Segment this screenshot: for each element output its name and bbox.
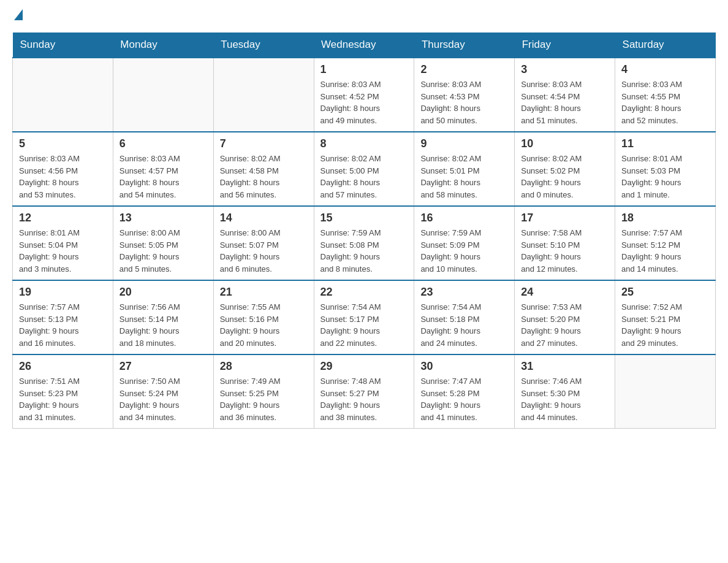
calendar-day-cell: 15Sunrise: 7:59 AM Sunset: 5:08 PM Dayli… — [314, 206, 414, 280]
calendar-day-cell: 24Sunrise: 7:53 AM Sunset: 5:20 PM Dayli… — [515, 280, 615, 354]
day-number: 19 — [19, 286, 107, 299]
day-of-week-header: Wednesday — [314, 33, 414, 58]
day-info: Sunrise: 7:52 AM Sunset: 5:21 PM Dayligh… — [621, 301, 709, 349]
calendar-day-cell — [615, 354, 716, 429]
day-info: Sunrise: 8:00 AM Sunset: 5:07 PM Dayligh… — [220, 227, 308, 275]
day-number: 18 — [621, 212, 709, 224]
day-number: 12 — [19, 212, 107, 224]
calendar-body: 1Sunrise: 8:03 AM Sunset: 4:52 PM Daylig… — [13, 58, 716, 429]
calendar-week-row: 19Sunrise: 7:57 AM Sunset: 5:13 PM Dayli… — [13, 280, 716, 354]
day-number: 16 — [420, 212, 508, 224]
day-number: 15 — [320, 212, 408, 224]
day-number: 21 — [220, 286, 308, 299]
day-info: Sunrise: 8:01 AM Sunset: 5:04 PM Dayligh… — [19, 227, 107, 275]
day-info: Sunrise: 7:55 AM Sunset: 5:16 PM Dayligh… — [220, 301, 308, 349]
day-of-week-header: Sunday — [13, 33, 113, 58]
calendar-table: SundayMondayTuesdayWednesdayThursdayFrid… — [12, 33, 716, 429]
day-info: Sunrise: 8:03 AM Sunset: 4:57 PM Dayligh… — [119, 153, 207, 201]
day-of-week-header: Thursday — [414, 33, 515, 58]
day-info: Sunrise: 7:56 AM Sunset: 5:14 PM Dayligh… — [119, 301, 207, 349]
day-info: Sunrise: 8:03 AM Sunset: 4:56 PM Dayligh… — [19, 153, 107, 201]
day-number: 28 — [220, 360, 308, 373]
day-info: Sunrise: 8:01 AM Sunset: 5:03 PM Dayligh… — [621, 153, 709, 201]
calendar-week-row: 1Sunrise: 8:03 AM Sunset: 4:52 PM Daylig… — [13, 58, 716, 132]
day-info: Sunrise: 8:02 AM Sunset: 5:01 PM Dayligh… — [420, 153, 508, 201]
day-info: Sunrise: 7:54 AM Sunset: 5:17 PM Dayligh… — [320, 301, 408, 349]
calendar-day-cell: 28Sunrise: 7:49 AM Sunset: 5:25 PM Dayli… — [213, 354, 314, 429]
day-info: Sunrise: 7:53 AM Sunset: 5:20 PM Dayligh… — [521, 301, 609, 349]
calendar-day-cell: 25Sunrise: 7:52 AM Sunset: 5:21 PM Dayli… — [615, 280, 716, 354]
day-number: 27 — [119, 360, 207, 373]
calendar-header: SundayMondayTuesdayWednesdayThursdayFrid… — [13, 33, 716, 58]
day-info: Sunrise: 7:50 AM Sunset: 5:24 PM Dayligh… — [119, 375, 207, 423]
calendar-day-cell — [13, 58, 113, 132]
calendar-day-cell: 6Sunrise: 8:03 AM Sunset: 4:57 PM Daylig… — [113, 132, 213, 206]
day-info: Sunrise: 8:02 AM Sunset: 5:00 PM Dayligh… — [320, 153, 408, 201]
day-info: Sunrise: 7:58 AM Sunset: 5:10 PM Dayligh… — [521, 227, 609, 275]
day-info: Sunrise: 7:59 AM Sunset: 5:08 PM Dayligh… — [320, 227, 408, 275]
day-info: Sunrise: 7:54 AM Sunset: 5:18 PM Dayligh… — [420, 301, 508, 349]
calendar-day-cell: 27Sunrise: 7:50 AM Sunset: 5:24 PM Dayli… — [113, 354, 213, 429]
day-of-week-header: Friday — [515, 33, 615, 58]
day-number: 8 — [320, 137, 408, 150]
calendar-day-cell: 10Sunrise: 8:02 AM Sunset: 5:02 PM Dayli… — [515, 132, 615, 206]
day-number: 5 — [19, 137, 107, 150]
calendar-day-cell: 18Sunrise: 7:57 AM Sunset: 5:12 PM Dayli… — [615, 206, 716, 280]
day-number: 29 — [320, 360, 408, 373]
day-number: 13 — [119, 212, 207, 224]
day-number: 17 — [521, 212, 609, 224]
calendar-week-row: 12Sunrise: 8:01 AM Sunset: 5:04 PM Dayli… — [13, 206, 716, 280]
calendar-day-cell: 7Sunrise: 8:02 AM Sunset: 4:58 PM Daylig… — [213, 132, 314, 206]
calendar-day-cell: 23Sunrise: 7:54 AM Sunset: 5:18 PM Dayli… — [414, 280, 515, 354]
calendar-day-cell: 22Sunrise: 7:54 AM Sunset: 5:17 PM Dayli… — [314, 280, 414, 354]
day-info: Sunrise: 8:02 AM Sunset: 5:02 PM Dayligh… — [521, 153, 609, 201]
calendar-day-cell: 17Sunrise: 7:58 AM Sunset: 5:10 PM Dayli… — [515, 206, 615, 280]
calendar-day-cell: 3Sunrise: 8:03 AM Sunset: 4:54 PM Daylig… — [515, 58, 615, 132]
day-of-week-header: Saturday — [615, 33, 716, 58]
calendar-week-row: 5Sunrise: 8:03 AM Sunset: 4:56 PM Daylig… — [13, 132, 716, 206]
day-info: Sunrise: 8:03 AM Sunset: 4:52 PM Dayligh… — [320, 79, 408, 126]
day-number: 7 — [220, 137, 308, 150]
day-number: 25 — [621, 286, 709, 299]
calendar-day-cell: 2Sunrise: 8:03 AM Sunset: 4:53 PM Daylig… — [414, 58, 515, 132]
calendar-day-cell: 11Sunrise: 8:01 AM Sunset: 5:03 PM Dayli… — [615, 132, 716, 206]
day-number: 11 — [621, 137, 709, 150]
calendar-week-row: 26Sunrise: 7:51 AM Sunset: 5:23 PM Dayli… — [13, 354, 716, 429]
day-number: 30 — [420, 360, 508, 373]
days-of-week-row: SundayMondayTuesdayWednesdayThursdayFrid… — [13, 33, 716, 58]
calendar-day-cell: 13Sunrise: 8:00 AM Sunset: 5:05 PM Dayli… — [113, 206, 213, 280]
day-info: Sunrise: 8:03 AM Sunset: 4:53 PM Dayligh… — [420, 79, 508, 126]
day-number: 26 — [19, 360, 107, 373]
day-of-week-header: Tuesday — [213, 33, 314, 58]
day-number: 10 — [521, 137, 609, 150]
calendar-day-cell: 21Sunrise: 7:55 AM Sunset: 5:16 PM Dayli… — [213, 280, 314, 354]
day-number: 4 — [621, 63, 709, 76]
day-number: 3 — [521, 63, 609, 76]
calendar-day-cell: 12Sunrise: 8:01 AM Sunset: 5:04 PM Dayli… — [13, 206, 113, 280]
day-info: Sunrise: 7:49 AM Sunset: 5:25 PM Dayligh… — [220, 375, 308, 423]
calendar-day-cell: 9Sunrise: 8:02 AM Sunset: 5:01 PM Daylig… — [414, 132, 515, 206]
calendar-day-cell: 30Sunrise: 7:47 AM Sunset: 5:28 PM Dayli… — [414, 354, 515, 429]
calendar-day-cell: 5Sunrise: 8:03 AM Sunset: 4:56 PM Daylig… — [13, 132, 113, 206]
day-info: Sunrise: 7:57 AM Sunset: 5:12 PM Dayligh… — [621, 227, 709, 275]
day-info: Sunrise: 7:51 AM Sunset: 5:23 PM Dayligh… — [19, 375, 107, 423]
day-number: 9 — [420, 137, 508, 150]
calendar-day-cell: 16Sunrise: 7:59 AM Sunset: 5:09 PM Dayli… — [414, 206, 515, 280]
calendar-day-cell: 26Sunrise: 7:51 AM Sunset: 5:23 PM Dayli… — [13, 354, 113, 429]
day-of-week-header: Monday — [113, 33, 213, 58]
day-number: 20 — [119, 286, 207, 299]
day-info: Sunrise: 8:03 AM Sunset: 4:55 PM Dayligh… — [621, 79, 709, 126]
calendar-day-cell: 31Sunrise: 7:46 AM Sunset: 5:30 PM Dayli… — [515, 354, 615, 429]
calendar-day-cell — [113, 58, 213, 132]
day-number: 23 — [420, 286, 508, 299]
calendar-day-cell: 19Sunrise: 7:57 AM Sunset: 5:13 PM Dayli… — [13, 280, 113, 354]
logo — [12, 12, 23, 20]
day-number: 2 — [420, 63, 508, 76]
day-info: Sunrise: 7:46 AM Sunset: 5:30 PM Dayligh… — [521, 375, 609, 423]
day-number: 14 — [220, 212, 308, 224]
day-info: Sunrise: 8:03 AM Sunset: 4:54 PM Dayligh… — [521, 79, 609, 126]
day-info: Sunrise: 7:59 AM Sunset: 5:09 PM Dayligh… — [420, 227, 508, 275]
day-info: Sunrise: 7:48 AM Sunset: 5:27 PM Dayligh… — [320, 375, 408, 423]
calendar-day-cell — [213, 58, 314, 132]
logo-triangle-icon — [14, 9, 23, 20]
